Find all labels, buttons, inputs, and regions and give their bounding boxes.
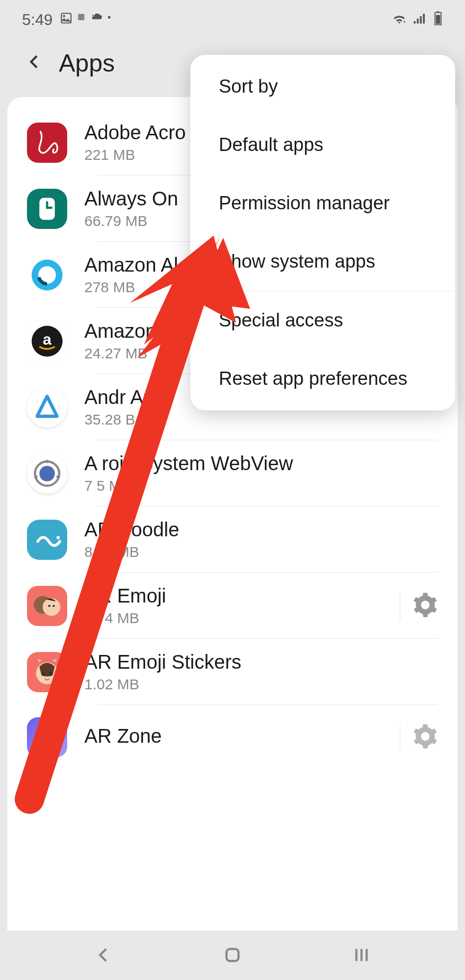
app-name-label: AR Emoji (84, 585, 383, 607)
page-title: Apps (59, 49, 115, 77)
svg-rect-9 (436, 15, 440, 24)
always-on-icon (27, 189, 67, 229)
svg-point-15 (39, 466, 55, 481)
ar-emoji-icon (27, 586, 67, 626)
svg-text:a: a (43, 330, 52, 348)
svg-point-16 (46, 459, 49, 463)
app-size-label: 1.74 MB (84, 610, 383, 627)
notification-icon: ▦ (78, 12, 85, 27)
svg-rect-4 (417, 19, 419, 24)
ar-zone-icon: AD (27, 717, 67, 757)
app-item-ar-zone[interactable]: AD AR Zone (7, 705, 458, 757)
image-icon (60, 12, 73, 27)
ar-doodle-icon (27, 520, 67, 560)
svg-point-19 (56, 536, 60, 539)
svg-point-18 (34, 475, 38, 478)
app-name-label: AR Emoji Stickers (84, 651, 438, 673)
options-menu: Sort by Default apps Permission manager … (190, 55, 455, 410)
more-notifications-icon: • (107, 12, 111, 27)
menu-show-system-apps[interactable]: Show system apps (190, 232, 455, 291)
menu-special-access[interactable]: Special access (190, 291, 455, 350)
alexa-icon (27, 255, 67, 295)
app-item-ar-emoji[interactable]: AR Emoji 1.74 MB (7, 573, 458, 639)
status-time: 5:49 (22, 11, 52, 29)
app-size-label: 8.53 MB (84, 544, 438, 560)
svg-point-22 (48, 604, 51, 607)
amazon-icon: a (27, 321, 67, 361)
battery-icon (433, 11, 443, 28)
wifi-icon: + (392, 11, 407, 28)
android-auto-icon (27, 387, 67, 427)
app-item-ar-doodle[interactable]: AR Doodle 8.53 MB (7, 506, 458, 573)
app-size-label: 35.28 B (84, 411, 438, 428)
svg-point-25 (42, 671, 46, 675)
app-item-android-webview[interactable]: A roid System WebView 7 5 MB (7, 440, 458, 506)
app-size-label: 1.02 MB (84, 676, 438, 693)
svg-point-1 (63, 15, 65, 17)
menu-default-apps[interactable]: Default apps (190, 116, 455, 174)
svg-point-26 (49, 671, 52, 675)
menu-reset-app-preferences[interactable]: Reset app preferences (190, 350, 455, 408)
weather-icon (90, 12, 103, 27)
svg-rect-32 (227, 949, 239, 961)
app-settings-button[interactable] (400, 592, 438, 620)
app-name-label: AR Doodle (84, 519, 438, 541)
back-button[interactable] (25, 50, 44, 77)
menu-permission-manager[interactable]: Permission manager (190, 174, 455, 232)
status-bar: 5:49 ▦ • + (0, 0, 465, 39)
svg-rect-3 (414, 21, 416, 24)
signal-icon (413, 11, 427, 28)
app-item-ar-emoji-stickers[interactable]: AR Emoji Stickers 1.02 MB (7, 639, 458, 705)
svg-rect-5 (420, 16, 422, 24)
webview-icon (27, 453, 67, 494)
svg-text:+: + (403, 19, 406, 25)
adobe-acrobat-icon (27, 123, 67, 163)
nav-back-button[interactable] (93, 945, 114, 967)
nav-home-button[interactable] (222, 945, 243, 967)
app-settings-button[interactable] (400, 724, 438, 751)
menu-sort-by[interactable]: Sort by (190, 57, 455, 116)
navigation-bar (0, 931, 465, 980)
svg-point-21 (43, 598, 60, 616)
app-name-label: A roid System WebView (84, 452, 438, 475)
app-size-label: 7 5 MB (84, 477, 438, 494)
svg-point-17 (56, 475, 60, 478)
svg-point-23 (52, 604, 55, 607)
app-name-label: AR Zone (84, 725, 383, 747)
nav-recents-button[interactable] (351, 945, 372, 967)
svg-rect-6 (423, 14, 425, 24)
ar-emoji-stickers-icon (27, 652, 67, 692)
